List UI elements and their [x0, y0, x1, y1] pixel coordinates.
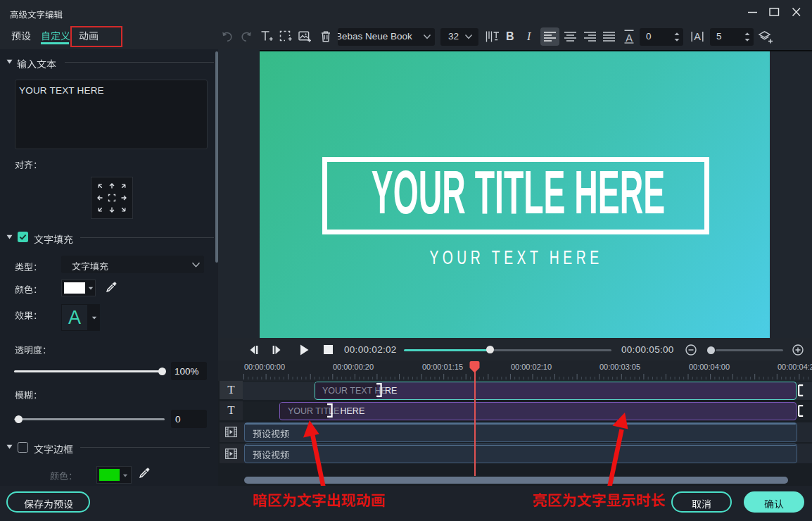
svg-text:A: A	[626, 32, 633, 44]
svg-text:A: A	[694, 31, 701, 42]
